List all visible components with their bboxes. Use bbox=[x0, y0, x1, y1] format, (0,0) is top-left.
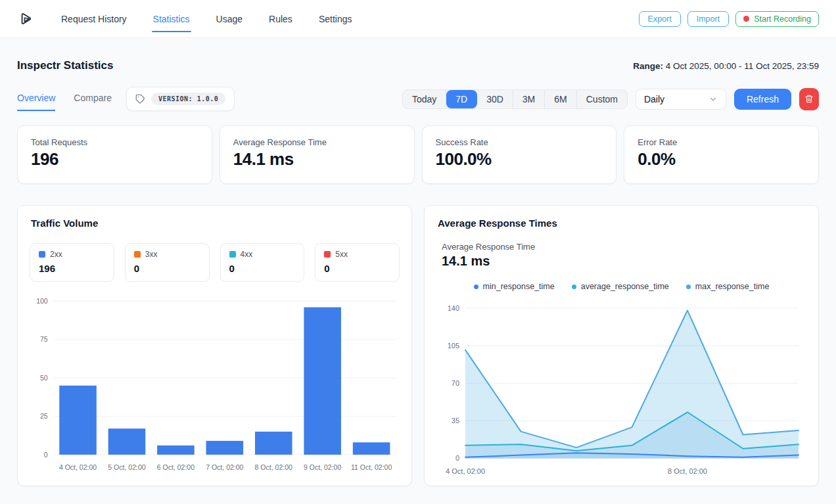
svg-text:0: 0 bbox=[44, 451, 48, 459]
tag-icon bbox=[135, 94, 145, 104]
page-title: Inspectr Statistics bbox=[17, 59, 113, 72]
granularity-value: Daily bbox=[644, 94, 664, 104]
legend-label: 5xx bbox=[335, 250, 348, 259]
metric-value: 14.1 ms bbox=[442, 254, 808, 269]
nav-request-history[interactable]: Request History bbox=[61, 10, 127, 28]
legend-4xx: 4xx 0 bbox=[220, 243, 305, 282]
svg-text:75: 75 bbox=[40, 335, 48, 343]
refresh-button[interactable]: Refresh bbox=[734, 89, 791, 110]
start-recording-button[interactable]: Start Recording bbox=[735, 11, 819, 27]
stat-card-total-requests: Total Requests 196 bbox=[17, 126, 212, 184]
range-30d-button[interactable]: 30D bbox=[477, 90, 513, 108]
status-code-legend: 2xx 196 3xx 0 4xx 0 5xx 0 bbox=[30, 243, 400, 282]
legend-value: 0 bbox=[134, 263, 200, 274]
legend-2xx: 2xx 196 bbox=[30, 243, 114, 282]
stat-label: Error Rate bbox=[638, 137, 805, 147]
svg-text:105: 105 bbox=[448, 342, 459, 350]
range-3m-button[interactable]: 3M bbox=[513, 90, 545, 108]
stat-value: 196 bbox=[31, 149, 198, 170]
stat-card-error-rate: Error Rate 0.0% bbox=[624, 126, 819, 184]
average-series-dot-icon bbox=[572, 285, 576, 289]
svg-text:70: 70 bbox=[452, 379, 459, 387]
svg-text:9 Oct, 02:00: 9 Oct, 02:00 bbox=[304, 463, 341, 471]
stat-value: 0.0% bbox=[638, 149, 805, 170]
legend-value: 196 bbox=[39, 263, 105, 274]
top-nav-bar: Request History Statistics Usage Rules S… bbox=[0, 0, 836, 38]
range-segmented-control: Today 7D 30D 3M 6M Custom bbox=[402, 89, 628, 109]
svg-text:8 Oct, 02:00: 8 Oct, 02:00 bbox=[255, 463, 292, 471]
response-times-title: Average Response Times bbox=[438, 218, 808, 229]
3xx-swatch-icon bbox=[134, 251, 141, 258]
nav-settings[interactable]: Settings bbox=[319, 10, 352, 28]
svg-text:11 Oct, 02:00: 11 Oct, 02:00 bbox=[351, 463, 392, 471]
legend-label: 4xx bbox=[241, 250, 253, 259]
app-logo[interactable] bbox=[17, 10, 35, 28]
stat-value: 14.1 ms bbox=[233, 149, 401, 170]
trash-icon bbox=[804, 94, 814, 104]
nav-statistics[interactable]: Statistics bbox=[153, 10, 190, 28]
response-series-legend: min_response_time average_response_time … bbox=[435, 282, 808, 291]
legend-label: 3xx bbox=[145, 250, 158, 259]
nav-usage[interactable]: Usage bbox=[216, 10, 243, 28]
version-badge-card: VERSION: 1.0.0 bbox=[126, 87, 235, 111]
legend-value: 0 bbox=[324, 263, 390, 274]
5xx-swatch-icon bbox=[324, 251, 331, 258]
legend-label: average_response_time bbox=[581, 282, 669, 291]
stat-label: Success Rate bbox=[436, 137, 603, 147]
svg-text:25: 25 bbox=[40, 412, 48, 420]
stat-card-avg-response-time: Average Response Time 14.1 ms bbox=[220, 126, 415, 184]
tab-overview[interactable]: Overview bbox=[17, 87, 55, 111]
legend-label: max_response_time bbox=[695, 282, 770, 291]
stat-value: 100.0% bbox=[436, 149, 603, 170]
svg-text:5 Oct, 02:00: 5 Oct, 02:00 bbox=[108, 463, 145, 471]
traffic-bar-chart: 02550751004 Oct, 02:005 Oct, 02:006 Oct,… bbox=[28, 290, 401, 477]
main-nav: Request History Statistics Usage Rules S… bbox=[61, 10, 352, 28]
start-recording-label: Start Recording bbox=[754, 14, 811, 24]
clear-data-button[interactable] bbox=[799, 88, 819, 110]
import-button[interactable]: Import bbox=[687, 11, 729, 27]
svg-text:50: 50 bbox=[40, 374, 48, 382]
legend-average-response-time: average_response_time bbox=[572, 282, 669, 291]
tab-compare[interactable]: Compare bbox=[74, 87, 112, 111]
avg-response-metric: Average Response Time 14.1 ms bbox=[442, 242, 808, 269]
range-today-button[interactable]: Today bbox=[403, 90, 446, 108]
traffic-volume-title: Traffic Volume bbox=[31, 218, 401, 229]
range-value: 4 Oct 2025, 00:00 - 11 Oct 2025, 23:59 bbox=[666, 61, 819, 71]
record-dot-icon bbox=[743, 16, 749, 22]
svg-text:4 Oct, 02:00: 4 Oct, 02:00 bbox=[59, 463, 97, 471]
legend-min-response-time: min_response_time bbox=[474, 282, 555, 291]
granularity-select[interactable]: Daily bbox=[636, 89, 726, 110]
stat-label: Average Response Time bbox=[233, 137, 401, 147]
legend-value: 0 bbox=[229, 263, 296, 274]
header-actions: Export Import Start Recording bbox=[639, 11, 819, 27]
range-custom-button[interactable]: Custom bbox=[577, 90, 627, 108]
max-series-dot-icon bbox=[686, 285, 691, 289]
chevron-down-icon bbox=[708, 95, 718, 104]
export-button[interactable]: Export bbox=[639, 11, 681, 27]
inspectr-logo-icon bbox=[17, 10, 35, 28]
range-6m-button[interactable]: 6M bbox=[545, 90, 576, 108]
view-tabs: Overview Compare bbox=[17, 87, 112, 111]
min-series-dot-icon bbox=[474, 285, 478, 289]
metric-label: Average Response Time bbox=[442, 242, 808, 252]
range-7d-button[interactable]: 7D bbox=[446, 90, 477, 108]
2xx-swatch-icon bbox=[39, 251, 45, 258]
svg-text:4 Oct, 02:00: 4 Oct, 02:00 bbox=[446, 467, 485, 475]
svg-text:0: 0 bbox=[455, 454, 459, 462]
date-range-display: Range: 4 Oct 2025, 00:00 - 11 Oct 2025, … bbox=[633, 61, 819, 71]
version-badge: VERSION: 1.0.0 bbox=[151, 93, 225, 105]
4xx-swatch-icon bbox=[229, 251, 236, 258]
range-label: Range: bbox=[633, 61, 663, 71]
svg-text:8 Oct, 02:00: 8 Oct, 02:00 bbox=[668, 467, 707, 475]
svg-text:35: 35 bbox=[452, 417, 459, 424]
svg-text:6 Oct, 02:00: 6 Oct, 02:00 bbox=[157, 463, 195, 471]
legend-label: 2xx bbox=[50, 250, 62, 259]
traffic-volume-card: Traffic Volume 2xx 196 3xx 0 4xx 0 5xx 0 bbox=[17, 205, 412, 486]
svg-text:140: 140 bbox=[448, 304, 459, 312]
stat-label: Total Requests bbox=[31, 137, 198, 147]
legend-5xx: 5xx 0 bbox=[315, 243, 400, 282]
statistics-page: Inspectr Statistics Range: 4 Oct 2025, 0… bbox=[0, 59, 836, 486]
nav-rules[interactable]: Rules bbox=[269, 10, 292, 28]
legend-label: min_response_time bbox=[483, 282, 555, 291]
legend-3xx: 3xx 0 bbox=[125, 243, 210, 282]
